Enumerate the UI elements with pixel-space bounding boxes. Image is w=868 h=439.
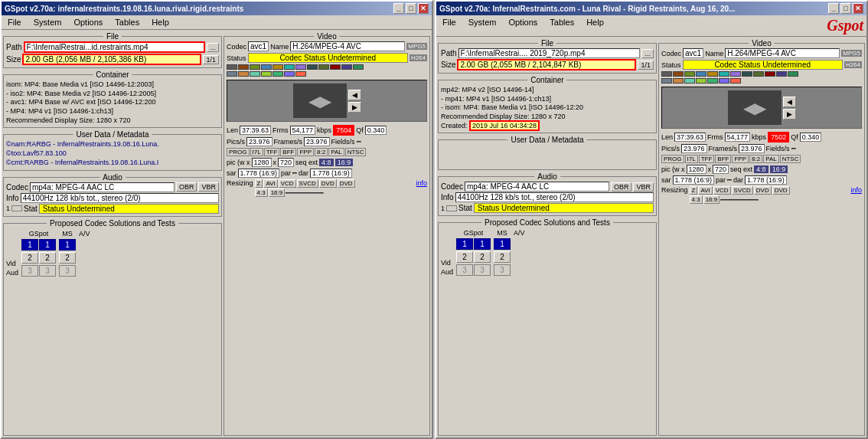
- fields-value-1: [357, 141, 361, 143]
- resize-dvd2-1[interactable]: DVD: [338, 179, 355, 188]
- vbr-btn-2[interactable]: VBR: [633, 182, 654, 192]
- menu-tables-1[interactable]: Tables: [112, 17, 142, 28]
- aud-label-2: Aud: [441, 268, 453, 276]
- frms-value-1: 54,177: [290, 126, 316, 135]
- color-blocks-row1-1: [227, 64, 427, 70]
- size-row-2: Size 2.00 GB (2,055 MB / 2,104,847 KB) 1…: [441, 59, 654, 70]
- info-link-2[interactable]: info: [850, 186, 862, 194]
- obr-btn-2[interactable]: OBR: [611, 182, 632, 192]
- gspot-btn2-2-1[interactable]: 2: [456, 251, 473, 263]
- resize-avi-1[interactable]: AVI: [263, 179, 277, 188]
- cb2-7: [730, 71, 741, 77]
- resize-section-2: Resizing Z AVI VCD SVCD DVD DVD 4:3 16: [661, 186, 862, 204]
- gspot-btn-2-2[interactable]: 2: [39, 252, 56, 264]
- len-value-2: 37:39.63: [674, 133, 706, 142]
- cb19: [295, 71, 306, 77]
- color-blocks-row2-1: [227, 71, 427, 77]
- resize2-dvd1[interactable]: DVD: [754, 186, 772, 195]
- close-btn-1[interactable]: ✕: [418, 3, 429, 14]
- gspot-btn-1-1[interactable]: 1: [21, 239, 38, 251]
- resize2-avi[interactable]: AVI: [698, 186, 712, 195]
- preview-area-1: ◀▶ ◀ ▶: [227, 80, 427, 122]
- menu-help-2[interactable]: Help: [583, 17, 607, 34]
- audio-codec-row-2: Codec mp4a: MPEG-4 AAC LC OBR VBR: [441, 182, 654, 192]
- resize-vcd-1[interactable]: VCD: [279, 179, 296, 188]
- resize-label-1: Resizing: [227, 179, 253, 187]
- info-link-1[interactable]: info: [416, 179, 427, 187]
- par-label-2: par: [716, 176, 726, 184]
- resize2-z[interactable]: Z: [690, 186, 698, 195]
- size-value-2: 2.00 GB (2,055 MB / 2,104,847 KB): [457, 59, 636, 70]
- menu-options-2[interactable]: Options: [505, 17, 540, 34]
- nav-next-1[interactable]: ▶: [348, 102, 361, 113]
- close-btn-2[interactable]: ✕: [853, 3, 863, 14]
- cb2-15: [684, 78, 695, 84]
- minimize-btn-2[interactable]: _: [828, 3, 839, 14]
- maximize-btn-1[interactable]: □: [406, 3, 416, 14]
- len-label-1: Len: [227, 126, 238, 134]
- resize-z-1[interactable]: Z: [255, 179, 263, 188]
- pic-label-wh-1: pic (w x: [227, 159, 250, 166]
- kbps-label-2: kbps: [752, 133, 766, 141]
- audio-codec-value-2: mp4a: MPEG-4 AAC LC: [465, 182, 609, 192]
- resize2-43[interactable]: 4:3: [690, 195, 703, 204]
- ms-header-1: MS: [62, 230, 73, 238]
- ms-btn2-2[interactable]: 2: [494, 251, 511, 263]
- nav-next-2[interactable]: ▶: [783, 109, 796, 120]
- window-controls-2: _ □ ✕: [828, 3, 863, 14]
- flag2-bff: BFF: [715, 155, 731, 163]
- resize-169-1[interactable]: 16:9: [269, 188, 286, 197]
- resize-section-1: Resizing Z AVI VCD SVCD DVD DVD 4:3 16: [227, 179, 427, 197]
- gspot-btn-1-2[interactable]: 1: [39, 239, 56, 251]
- menu-help-1[interactable]: Help: [148, 17, 172, 28]
- nav-prev-2[interactable]: ◀: [783, 97, 796, 107]
- vbr-btn-1[interactable]: VBR: [198, 182, 219, 192]
- dar-value-1: 1.778 (16:9): [310, 169, 352, 178]
- cb9: [318, 64, 329, 70]
- menu-options-1[interactable]: Options: [70, 17, 106, 28]
- resize2-svcd[interactable]: SVCD: [732, 186, 753, 195]
- fields-value-2: [791, 148, 796, 149]
- pics-value-2: 23.976: [681, 144, 707, 153]
- resize-dvd1-1[interactable]: DVD: [319, 179, 337, 188]
- cb10: [330, 64, 341, 70]
- gspot-btn-2-1[interactable]: 2: [21, 252, 38, 264]
- sar-label-1: sar: [227, 169, 237, 177]
- gspot-btn2-1-1[interactable]: 1: [456, 238, 473, 250]
- obr-btn-1[interactable]: OBR: [176, 182, 197, 192]
- gspot-btn2-2-2[interactable]: 2: [474, 251, 491, 263]
- size-btn-2[interactable]: 1/1: [638, 61, 654, 70]
- gspot-btn2-1-2[interactable]: 1: [474, 238, 491, 250]
- pff-row-1: Pics/s 23.976 Frames/s 23.976 Fields/s: [227, 137, 427, 146]
- resize2-169[interactable]: 16:9: [703, 195, 720, 204]
- menu-system-1[interactable]: System: [31, 17, 65, 28]
- path-row-1: Path F:\InfernalRestrai...id.restraints.…: [6, 41, 219, 53]
- title-bar-2: GSpot v2.70a: InfernalRestraints.com - L…: [436, 2, 866, 15]
- resize-43-1[interactable]: 4:3: [255, 188, 268, 197]
- len-label-2: Len: [661, 133, 673, 141]
- sar-value-2: 1.778 (16:9): [673, 175, 715, 185]
- resize-svcd-1[interactable]: SVCD: [297, 179, 318, 188]
- ms-btn-1[interactable]: 1: [59, 239, 76, 251]
- menu-system-2[interactable]: System: [465, 17, 500, 34]
- nav-prev-1[interactable]: ◀: [348, 90, 361, 100]
- sar-value-1: 1.778 (16:9): [238, 169, 280, 178]
- size-btn-1[interactable]: 1/1: [203, 55, 219, 64]
- resize2-dvd2[interactable]: DVD: [772, 186, 790, 195]
- cb18: [284, 71, 295, 77]
- path-btn-1[interactable]: ...: [207, 43, 219, 52]
- ms-btn2-1[interactable]: 1: [494, 238, 511, 250]
- path-btn-2[interactable]: ...: [641, 49, 654, 58]
- resize-row2-1: 4:3 16:9: [255, 188, 415, 197]
- resize2-vcd[interactable]: VCD: [713, 186, 731, 195]
- container-content-2: mp42: MP4 v2 [ISO 14496-14] - mp41: MP4 …: [441, 85, 654, 131]
- ms-btn-2[interactable]: 2: [59, 252, 76, 264]
- menu-file-1[interactable]: File: [5, 17, 24, 28]
- menu-file-2[interactable]: File: [439, 17, 459, 34]
- menu-tables-2[interactable]: Tables: [547, 17, 577, 34]
- userdata-content-1: ©nam:RARBG - InfernalRestraints.19.08.16…: [6, 139, 219, 168]
- minimize-btn-1[interactable]: _: [393, 3, 404, 14]
- cb1: [227, 64, 237, 70]
- maximize-btn-2[interactable]: □: [840, 3, 851, 14]
- status-label-2: Status: [661, 61, 681, 69]
